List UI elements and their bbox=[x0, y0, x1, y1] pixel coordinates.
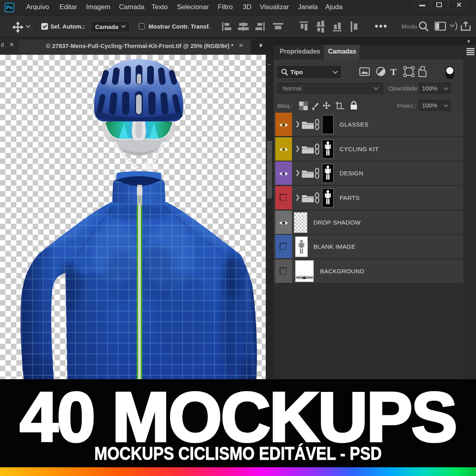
svg-text:T: T bbox=[390, 67, 397, 77]
